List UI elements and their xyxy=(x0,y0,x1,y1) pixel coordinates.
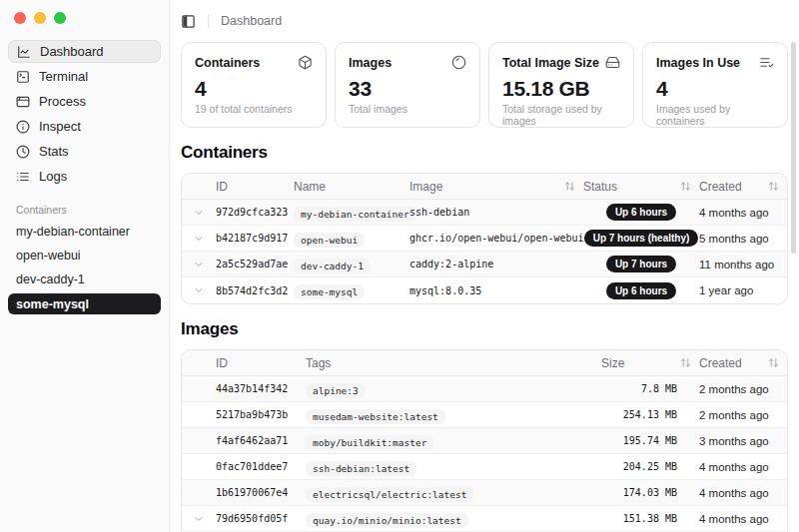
scrollbar-thumb[interactable] xyxy=(791,42,796,254)
table-row[interactable]: 8b574d2fc3d2 some-mysql mysql:8.0.35 Up … xyxy=(182,277,787,303)
container-name-badge: dev-caddy-1 xyxy=(294,259,371,273)
column-header-size[interactable]: Size xyxy=(601,356,699,370)
container-name: my-debian-container xyxy=(16,225,130,239)
app-window: Dashboard Terminal Process Inspect xyxy=(0,0,799,532)
minimize-button[interactable] xyxy=(34,12,46,24)
image-size: 204.25 MB xyxy=(601,461,699,472)
image-tag-badge: ssh-debian:latest xyxy=(306,461,416,476)
container-id: 972d9cfca323 xyxy=(216,207,294,218)
info-icon xyxy=(16,120,30,134)
image-created: 4 months ago xyxy=(699,487,787,499)
arrow-up-down-icon[interactable] xyxy=(564,181,575,192)
image-size: 254.13 MB xyxy=(601,409,699,420)
status-badge: Up 6 hours xyxy=(606,204,676,221)
column-header-created[interactable]: Created xyxy=(699,356,787,370)
image-size: 7.8 MB xyxy=(601,383,699,394)
sidebar: Dashboard Terminal Process Inspect xyxy=(0,0,170,532)
image-tag-badge: alpine:3 xyxy=(306,383,366,398)
sidebar-item-stats[interactable]: Stats xyxy=(8,140,161,163)
clock-icon xyxy=(16,145,30,159)
images-table-header: ID Tags Size Created xyxy=(182,350,787,376)
container-name-badge: open-webui xyxy=(294,233,365,248)
chevron-down-icon[interactable] xyxy=(182,513,216,525)
table-row[interactable]: 972d9cfca323 my-debian-container ssh-deb… xyxy=(182,200,787,226)
table-row[interactable]: 1b61970067e4 electricsql/electric:latest… xyxy=(182,480,787,506)
container-created: 4 months ago xyxy=(699,207,787,219)
container-image: caddy:2-alpine xyxy=(409,259,583,269)
column-header-tags[interactable]: Tags xyxy=(306,356,601,370)
container-name-badge: my-debian-container xyxy=(294,207,416,222)
list-icon xyxy=(16,170,30,184)
container-name: open-webui xyxy=(16,249,81,263)
image-created: 2 months ago xyxy=(699,409,787,421)
card-subtitle: Total storage used by images xyxy=(502,103,620,127)
container-created: 11 months ago xyxy=(699,259,787,270)
status-badge: Up 6 hours xyxy=(606,282,676,299)
container-name: dev-caddy-1 xyxy=(16,272,85,286)
main-content: Dashboard Containers 4 19 of total conta… xyxy=(170,0,799,532)
table-row[interactable]: 5217ba9b473b musedam-website:latest 254.… xyxy=(182,402,787,428)
zoom-button[interactable] xyxy=(54,12,66,24)
sidebar-item-logs[interactable]: Logs xyxy=(8,165,161,188)
status-badge: Up 7 hours xyxy=(606,256,676,272)
column-header-created[interactable]: Created xyxy=(699,180,787,194)
window-controls xyxy=(8,10,161,26)
sidebar-item-terminal[interactable]: Terminal xyxy=(8,65,161,88)
card-subtitle: Total images xyxy=(349,103,466,115)
container-image: ghcr.io/open-webui/open-webui:main xyxy=(409,233,583,244)
arrow-up-down-icon[interactable] xyxy=(768,181,779,192)
sidebar-container-list: my-debian-container open-webui dev-caddy… xyxy=(8,222,161,314)
arrow-up-down-icon[interactable] xyxy=(680,357,691,368)
table-row[interactable]: 0fac701ddee7 ssh-debian:latest 204.25 MB… xyxy=(182,454,787,480)
sidebar-item-label: Process xyxy=(39,94,86,109)
arrow-up-down-icon[interactable] xyxy=(680,181,691,192)
sidebar-item-inspect[interactable]: Inspect xyxy=(8,115,161,138)
chevron-down-icon[interactable] xyxy=(182,207,216,219)
chevron-down-icon[interactable] xyxy=(182,284,216,296)
table-row[interactable]: 44a37b14f342 alpine:3 7.8 MB 2 months ag… xyxy=(182,376,787,402)
sidebar-container-dev-caddy-1[interactable]: dev-caddy-1 xyxy=(8,269,161,289)
container-created: 5 months ago xyxy=(699,233,787,245)
table-row[interactable]: 79d6950fd05f quay.io/minio/minio:latest … xyxy=(182,506,787,532)
container-id: 2a5c529ad7ae xyxy=(216,259,294,269)
column-header-id[interactable]: ID xyxy=(216,356,306,370)
list-check-icon xyxy=(759,55,774,70)
sidebar-item-dashboard[interactable]: Dashboard xyxy=(8,40,161,63)
image-size: 151.38 MB xyxy=(601,513,699,524)
image-size: 174.03 MB xyxy=(601,487,699,498)
sidebar-container-my-debian-container[interactable]: my-debian-container xyxy=(8,222,161,242)
sidebar-section-label: Containers xyxy=(16,204,161,216)
card-images: Images 33 Total images xyxy=(335,42,480,128)
containers-table: ID Name Image Status Created xyxy=(181,173,788,304)
sidebar-container-open-webui[interactable]: open-webui xyxy=(8,246,161,266)
sidebar-item-process[interactable]: Process xyxy=(8,90,161,113)
table-row[interactable]: 2a5c529ad7ae dev-caddy-1 caddy:2-alpine … xyxy=(182,252,787,277)
image-id: 1b61970067e4 xyxy=(216,487,306,498)
sidebar-toggle-button[interactable] xyxy=(181,14,196,29)
table-row[interactable]: b42187c9d917 open-webui ghcr.io/open-web… xyxy=(182,226,787,252)
image-size: 195.74 MB xyxy=(601,435,699,446)
sidebar-container-some-mysql[interactable]: some-mysql xyxy=(8,293,161,314)
image-id: 79d6950fd05f xyxy=(216,513,306,524)
close-button[interactable] xyxy=(14,12,26,24)
card-total-image-size: Total Image Size 15.18 GB Total storage … xyxy=(488,42,634,128)
card-value: 4 xyxy=(656,77,774,101)
stat-cards: Containers 4 19 of total containers Imag… xyxy=(181,42,788,128)
hard-drive-icon xyxy=(605,55,620,70)
containers-table-header: ID Name Image Status Created xyxy=(182,174,787,200)
arrow-up-down-icon[interactable] xyxy=(768,357,779,368)
column-header-image[interactable]: Image xyxy=(409,180,583,194)
sidebar-panel-icon xyxy=(181,14,196,29)
column-header-status[interactable]: Status xyxy=(583,180,699,194)
table-row[interactable]: f4af6462aa71 moby/buildkit:master 195.74… xyxy=(182,428,787,454)
container-id: b42187c9d917 xyxy=(216,233,294,244)
column-header-id[interactable]: ID xyxy=(216,180,294,194)
image-tag-badge: quay.io/minio/minio:latest xyxy=(306,513,468,528)
image-tag-badge: musedam-website:latest xyxy=(306,409,445,424)
image-tag-badge: moby/buildkit:master xyxy=(306,435,433,450)
chevron-down-icon[interactable] xyxy=(182,259,216,270)
column-header-name[interactable]: Name xyxy=(294,180,409,194)
image-id: 44a37b14f342 xyxy=(216,383,306,394)
container-id: 8b574d2fc3d2 xyxy=(216,285,294,296)
chevron-down-icon[interactable] xyxy=(182,233,216,245)
